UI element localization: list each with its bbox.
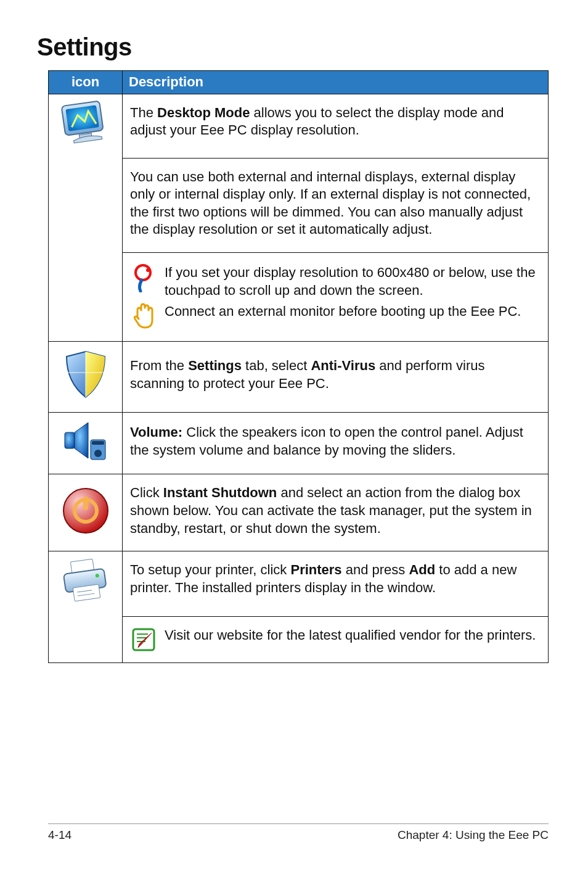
- svg-point-9: [63, 489, 108, 533]
- col-header-icon: icon: [49, 71, 123, 94]
- antivirus-text: From the Settings tab, select Anti-Virus…: [130, 357, 541, 392]
- svg-point-3: [136, 265, 150, 280]
- svg-rect-8: [92, 441, 104, 445]
- tip-external-monitor: Connect an external monitor before booti…: [165, 303, 541, 321]
- tip-resolution-scroll: If you set your display resolution to 60…: [165, 264, 541, 299]
- printers-text: To setup your printer, click Printers an…: [130, 561, 541, 596]
- svg-point-4: [146, 268, 150, 272]
- svg-rect-11: [83, 497, 88, 510]
- power-button-icon: [60, 485, 111, 536]
- svg-rect-1: [65, 105, 99, 131]
- table-row: Volume: Click the speakers icon to open …: [49, 412, 549, 474]
- volume-text: Volume: Click the speakers icon to open …: [130, 424, 541, 459]
- shield-icon: [60, 348, 111, 401]
- instant-shutdown-text: Click Instant Shutdown and select an act…: [130, 484, 541, 537]
- svg-rect-5: [65, 432, 75, 448]
- hand-caution-icon: [131, 303, 156, 330]
- note-pad-icon: [131, 627, 157, 653]
- tip-balloon-icon: [132, 264, 155, 292]
- table-row: The Desktop Mode allows you to select th…: [49, 94, 549, 158]
- table-row: If you set your display resolution to 60…: [49, 253, 549, 342]
- chapter-label: Chapter 4: Using the Eee PC: [398, 828, 549, 843]
- printer-vendor-note: Visit our website for the latest qualifi…: [165, 627, 541, 645]
- printer-icon: [60, 558, 112, 606]
- page-footer: 4-14 Chapter 4: Using the Eee PC: [48, 823, 549, 843]
- desktop-mode-intro: The Desktop Mode allows you to select th…: [130, 104, 541, 139]
- table-row: Visit our website for the latest qualifi…: [49, 617, 549, 663]
- table-row: From the Settings tab, select Anti-Virus…: [49, 342, 549, 413]
- page-number: 4-14: [48, 828, 71, 843]
- table-row: Click Instant Shutdown and select an act…: [49, 474, 549, 551]
- desktop-mode-details: You can use both external and internal d…: [130, 168, 541, 239]
- speaker-icon: [61, 419, 110, 463]
- table-row: You can use both external and internal d…: [49, 158, 549, 252]
- page-title: Settings: [37, 31, 551, 63]
- settings-table: icon Description: [48, 70, 549, 663]
- monitor-icon: [60, 101, 111, 147]
- svg-rect-18: [133, 629, 154, 650]
- svg-point-7: [94, 450, 102, 457]
- col-header-description: Description: [123, 71, 549, 94]
- table-row: To setup your printer, click Printers an…: [49, 551, 549, 617]
